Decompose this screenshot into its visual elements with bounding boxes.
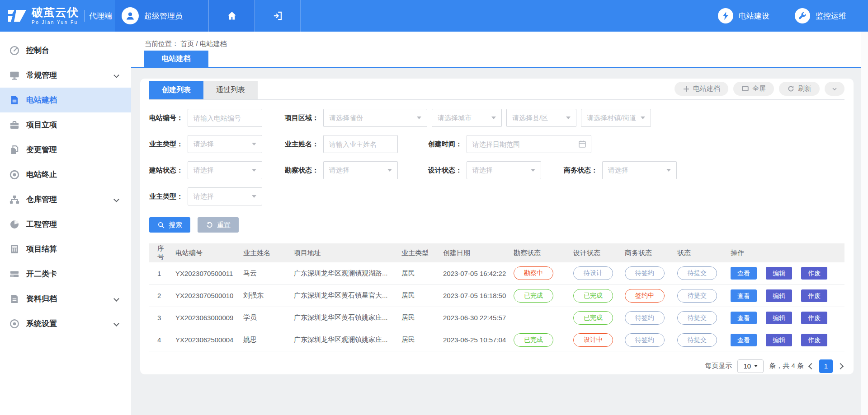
create-station-button[interactable]: 电站建档 [675, 82, 728, 96]
caret-down-icon [491, 117, 496, 119]
fullscreen-button[interactable]: 全屏 [733, 82, 774, 96]
station-code-input[interactable] [188, 109, 262, 127]
build-status-select[interactable]: 请选择 [188, 161, 262, 179]
caret-down-icon [252, 169, 256, 172]
main-content: 当前位置： 首页 / 电站建档 电站建档 创建列表 通过列表 电站建档 [131, 32, 861, 415]
survey-status-badge: 勘察中 [514, 266, 553, 280]
owner-name-input[interactable] [323, 135, 398, 153]
refresh-button[interactable]: 刷新 [779, 82, 820, 96]
prev-page-button[interactable] [808, 363, 815, 369]
pie-chart-icon [9, 219, 20, 230]
topbar: 破茧云伏 Po Jian Yun Fu 代理端 超级管理员 [0, 0, 868, 32]
status-badge: 待提交 [677, 289, 717, 303]
chevron-down-icon [113, 72, 119, 78]
reset-icon [206, 221, 213, 229]
nav-monitoring-ops[interactable]: 监控运维 [795, 8, 846, 23]
briefcase-icon [9, 120, 20, 131]
business-status-badge: 待签约 [625, 266, 665, 280]
chevron-down-icon [113, 196, 119, 202]
owner-type-label: 业主类型： [149, 140, 183, 149]
sidebar-item-project-settlement[interactable]: 项目结算 [0, 237, 131, 261]
sidebar-item-data-archiving[interactable]: 资料归档 [0, 286, 131, 311]
nav-station-construction[interactable]: 电站建设 [718, 8, 769, 23]
edit-button[interactable]: 编辑 [766, 267, 792, 280]
lightning-icon [721, 11, 731, 21]
table-row: 3 YX2023063000009 学员 广东深圳龙华区黄石镇姚家庄... 居民… [149, 307, 844, 329]
village-select[interactable]: 请选择村镇/街道 [581, 109, 651, 127]
owner-type2-select[interactable]: 请选择 [188, 187, 262, 205]
sidebar: 控制台 常规管理 电站建档 项目立项 变更管理 [0, 32, 131, 415]
design-status-badge: 设计中 [573, 333, 613, 347]
station-code: YX2023070500010 [172, 284, 240, 307]
design-status-select[interactable]: 请选择 [467, 161, 541, 179]
edit-button[interactable]: 编辑 [766, 289, 792, 302]
sidebar-item-type2-card[interactable]: 开二类卡 [0, 261, 131, 286]
fullscreen-icon [741, 85, 749, 93]
sidebar-item-system-settings[interactable]: 系统设置 [0, 311, 131, 336]
sidebar-item-station-termination[interactable]: 电站终止 [0, 162, 131, 187]
brand-portal-label: 代理端 [89, 11, 112, 21]
survey-status-select[interactable]: 请选择 [323, 161, 398, 179]
document-icon [9, 95, 20, 106]
reset-button[interactable]: 重置 [198, 217, 239, 233]
station-code-label: 电站编号： [149, 114, 183, 122]
caret-down-icon [641, 117, 645, 119]
breadcrumb-label: 当前位置： [145, 40, 179, 47]
panel-toolbar: 电站建档 全屏 刷新 [675, 82, 844, 98]
brand-subtitle: Po Jian Yun Fu [32, 20, 79, 25]
table-header-row: 序号 电站编号 业主姓名 项目地址 业主类型 创建日期 勘察状态 设计状态 商务… [149, 243, 844, 262]
business-status-select[interactable]: 请选择 [602, 161, 677, 179]
province-select[interactable]: 请选择省份 [323, 109, 427, 127]
sidebar-item-general-mgmt[interactable]: 常规管理 [0, 63, 131, 88]
user-menu[interactable]: 超级管理员 [115, 0, 208, 32]
sidebar-item-engineering-mgmt[interactable]: 工程管理 [0, 212, 131, 237]
next-page-button[interactable] [837, 363, 844, 369]
region-label: 项目区域： [285, 114, 319, 122]
page-header: 当前位置： 首页 / 电站建档 电站建档 [131, 32, 861, 68]
logout-button[interactable] [255, 0, 301, 32]
caret-down-icon [252, 143, 256, 145]
edit-button[interactable]: 编辑 [766, 334, 792, 346]
view-button[interactable]: 查看 [731, 267, 757, 280]
page-tab-station-filing[interactable]: 电站建档 [144, 51, 208, 67]
void-button[interactable]: 作废 [801, 312, 827, 324]
edit-button[interactable]: 编辑 [766, 312, 792, 324]
sidebar-item-console[interactable]: 控制台 [0, 38, 131, 63]
sidebar-item-station-filing[interactable]: 电站建档 [0, 88, 131, 112]
view-button[interactable]: 查看 [731, 312, 757, 324]
search-icon [157, 221, 165, 229]
caret-down-icon [531, 169, 535, 172]
per-page-label: 每页显示 [705, 362, 732, 370]
search-button[interactable]: 搜索 [149, 217, 190, 233]
home-icon [226, 10, 237, 21]
void-button[interactable]: 作废 [801, 289, 827, 302]
home-button[interactable] [208, 0, 255, 32]
view-button[interactable]: 查看 [731, 334, 757, 346]
per-page-select[interactable]: 10 [737, 359, 764, 373]
nav-label: 监控运维 [816, 11, 846, 21]
breadcrumb-path: 首页 / 电站建档 [180, 40, 227, 47]
sidebar-item-warehouse-mgmt[interactable]: 仓库管理 [0, 187, 131, 212]
collapse-toolbar-button[interactable] [825, 82, 844, 96]
chevron-down-icon [113, 321, 119, 326]
caret-down-icon [666, 169, 671, 172]
design-status-badge: 已完成 [573, 289, 613, 303]
district-select[interactable]: 请选择县/区 [506, 109, 576, 127]
void-button[interactable]: 作废 [801, 334, 827, 346]
archive-icon [9, 294, 20, 304]
view-button[interactable]: 查看 [731, 289, 757, 302]
create-time-range-input[interactable] [467, 135, 591, 153]
owner-name-label: 业主姓名： [285, 140, 319, 149]
scrollbar-track[interactable] [861, 32, 868, 415]
city-select[interactable]: 请选择城市 [432, 109, 502, 127]
page-number-button[interactable]: 1 [819, 359, 833, 373]
tab-create-list[interactable]: 创建列表 [149, 81, 203, 99]
plus-icon [683, 85, 690, 93]
survey-status-badge: 已完成 [514, 289, 553, 303]
sidebar-item-change-mgmt[interactable]: 变更管理 [0, 137, 131, 162]
caret-down-icon [387, 169, 392, 172]
void-button[interactable]: 作废 [801, 267, 827, 280]
sidebar-item-project-initiation[interactable]: 项目立项 [0, 112, 131, 137]
owner-type-select[interactable]: 请选择 [188, 135, 262, 153]
tab-passed-list[interactable]: 通过列表 [203, 81, 258, 99]
